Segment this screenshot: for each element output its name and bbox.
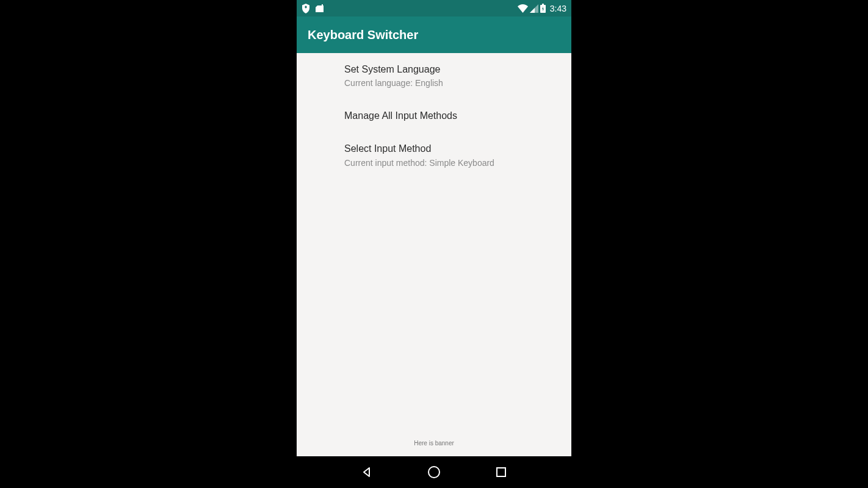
set-system-language-item[interactable]: Set System Language Current language: En… — [297, 53, 571, 99]
content-area: Set System Language Current language: En… — [297, 53, 571, 456]
status-bar-left — [302, 4, 324, 13]
shield-icon — [302, 4, 310, 13]
status-time: 3:43 — [550, 4, 566, 13]
list-item-title: Set System Language — [344, 63, 562, 76]
svg-rect-0 — [322, 4, 323, 6]
list-item-title: Manage All Input Methods — [344, 109, 562, 123]
manage-input-methods-item[interactable]: Manage All Input Methods — [297, 99, 571, 132]
app-bar: Keyboard Switcher — [297, 16, 571, 53]
svg-point-3 — [429, 467, 439, 478]
select-input-method-item[interactable]: Select Input Method Current input method… — [297, 132, 571, 179]
status-bar-right: 3:43 — [518, 4, 566, 13]
list-item-subtitle: Current input method: Simple Keyboard — [344, 157, 562, 170]
svg-rect-1 — [542, 4, 544, 5]
signal-icon — [530, 4, 538, 13]
list-item-subtitle: Current language: English — [344, 77, 562, 90]
wifi-icon — [518, 4, 528, 13]
sd-card-icon — [315, 4, 324, 13]
back-button[interactable] — [359, 464, 375, 480]
banner-text: Here is banner — [297, 435, 571, 456]
svg-rect-4 — [497, 468, 505, 476]
navigation-bar — [297, 456, 571, 488]
list-item-title: Select Input Method — [344, 142, 562, 156]
phone-frame: 3:43 Keyboard Switcher Set System Langua… — [297, 0, 571, 488]
app-title: Keyboard Switcher — [308, 28, 418, 42]
status-bar: 3:43 — [297, 0, 571, 16]
settings-list: Set System Language Current language: En… — [297, 53, 571, 435]
home-button[interactable] — [426, 464, 442, 480]
recent-apps-button[interactable] — [493, 464, 509, 480]
battery-icon — [540, 4, 546, 13]
